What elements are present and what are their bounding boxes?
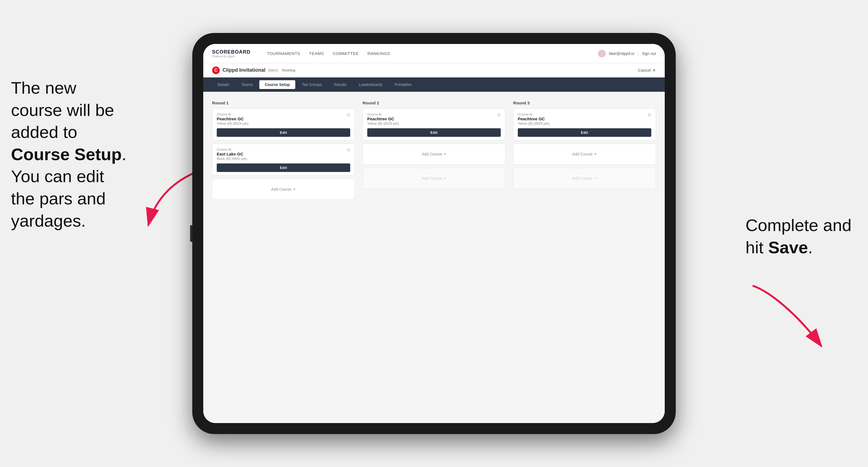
tablet-screen: SCOREBOARD Powered by clippd TOURNAMENTS… xyxy=(203,44,665,423)
round-2-course-a-card: (Course A) Peachtree GC Yellow (M) (6629… xyxy=(363,108,505,141)
logo-title: SCOREBOARD xyxy=(212,49,250,55)
nav-avatar xyxy=(598,50,606,57)
round-1-add-course-label: Add Course xyxy=(271,187,291,191)
nav-committee[interactable]: COMMITTEE xyxy=(333,51,359,56)
logo-subtitle: Powered by clippd xyxy=(212,55,250,58)
round-2-add-course-disabled: Add Course + xyxy=(363,168,505,189)
round-3-course-a-label: (Course A) xyxy=(518,113,651,116)
tournament-bar: C Clippd Invitational (Men) Hosting Canc… xyxy=(203,63,665,77)
round-1-course-a-details: Yellow (M) (6629 yds) xyxy=(217,122,350,126)
round-3-column: Round 3 (Course A) Peachtree GC Yellow (… xyxy=(513,100,656,203)
round-2-add-course[interactable]: Add Course + xyxy=(363,144,505,164)
round-2-column: Round 2 (Course A) Peachtree GC Yellow (… xyxy=(363,100,505,203)
round-3-add-course-disabled-text: Add Course + xyxy=(572,176,597,181)
round-1-label: Round 1 xyxy=(212,100,355,105)
round-2-course-a-label: (Course A) xyxy=(367,113,501,116)
nav-teams[interactable]: TEAMS xyxy=(309,51,324,56)
tab-results[interactable]: Results xyxy=(328,80,352,89)
round-1-course-b-label: (Course B) xyxy=(217,148,350,151)
round-1-course-b-card: (Course B) East Lake GC Black (M) (6891 … xyxy=(212,144,355,176)
round-1-column: Round 1 (Course A) Peachtree GC Yellow (… xyxy=(212,100,355,203)
round-1-course-a-name: Peachtree GC xyxy=(217,117,350,121)
round-3-add-course-disabled: Add Course + xyxy=(513,168,656,189)
nav-links: TOURNAMENTS TEAMS COMMITTEE RANKINGS xyxy=(267,51,587,56)
round-3-add-course-disabled-label: Add Course xyxy=(572,176,592,181)
tab-bar: Details Teams Course Setup Tee Groups Re… xyxy=(203,77,665,92)
nav-right: blair@clippd.io | Sign out xyxy=(598,50,656,57)
tab-teams[interactable]: Teams xyxy=(236,80,258,89)
round-2-label: Round 2 xyxy=(363,100,505,105)
tournament-name-container: C Clippd Invitational (Men) Hosting xyxy=(212,66,295,74)
round-2-course-a-name: Peachtree GC xyxy=(367,117,501,121)
round-3-course-a-card: (Course A) Peachtree GC Yellow (M) (6629… xyxy=(513,108,656,141)
annotation-save-bold: Save xyxy=(768,238,808,257)
tablet: SCOREBOARD Powered by clippd TOURNAMENTS… xyxy=(192,33,676,434)
round-1-add-course-text: Add Course + xyxy=(271,187,296,192)
round-2-add-course-disabled-label: Add Course xyxy=(422,176,442,181)
annotation-left: The new course will be added to Course S… xyxy=(11,77,126,232)
round-3-course-a-details: Yellow (M) (6629 yds) xyxy=(518,122,651,126)
nav-signout[interactable]: Sign out xyxy=(642,51,656,56)
round-2-add-course-text: Add Course + xyxy=(422,152,446,157)
round-3-course-a-name: Peachtree GC xyxy=(518,117,651,121)
round-1-add-course[interactable]: Add Course + xyxy=(212,179,355,200)
round-1-course-a-label: (Course A) xyxy=(217,113,350,116)
round-2-add-course-disabled-text: Add Course + xyxy=(422,176,446,181)
tournament-gender: (Men) xyxy=(268,68,278,72)
cancel-icon: ✕ xyxy=(652,68,656,73)
round-2-course-a-delete[interactable]: ⊙ xyxy=(496,112,502,118)
tournament-status: Hosting xyxy=(282,68,295,72)
tab-printables[interactable]: Printables xyxy=(389,80,417,89)
tab-tee-groups[interactable]: Tee Groups xyxy=(297,80,327,89)
round-1-course-b-edit[interactable]: Edit xyxy=(217,163,350,172)
main-content: Round 1 (Course A) Peachtree GC Yellow (… xyxy=(203,92,665,423)
nav-user-email: blair@clippd.io xyxy=(609,51,634,56)
tournament-title: Clippd Invitational xyxy=(222,67,265,73)
round-1-course-b-delete[interactable]: ⊙ xyxy=(345,147,351,153)
round-3-add-course[interactable]: Add Course + xyxy=(513,144,656,164)
tournament-logo: C xyxy=(212,66,220,74)
round-3-course-a-delete[interactable]: ⊙ xyxy=(646,112,652,118)
tablet-side-button xyxy=(190,225,192,242)
top-nav: SCOREBOARD Powered by clippd TOURNAMENTS… xyxy=(203,44,665,63)
round-3-add-course-label: Add Course xyxy=(572,152,592,156)
round-2-add-course-label: Add Course xyxy=(422,152,442,156)
round-2-add-course-plus: + xyxy=(444,152,446,157)
nav-rankings[interactable]: RANKINGS xyxy=(368,51,390,56)
round-1-course-a-delete[interactable]: ⊙ xyxy=(345,112,351,118)
tab-leaderboards[interactable]: Leaderboards xyxy=(353,80,388,89)
tab-details[interactable]: Details xyxy=(212,80,235,89)
round-3-course-a-edit[interactable]: Edit xyxy=(518,128,651,137)
tab-course-setup[interactable]: Course Setup xyxy=(259,80,295,89)
round-1-course-b-details: Black (M) (6891 yds) xyxy=(217,157,350,161)
round-3-add-course-disabled-plus: + xyxy=(594,176,597,181)
annotation-right: Complete and hit Save. xyxy=(745,214,851,258)
cancel-label: Cancel xyxy=(638,68,651,72)
round-2-course-a-details: Yellow (M) (6629 yds) xyxy=(367,122,501,126)
round-2-add-course-disabled-plus: + xyxy=(444,176,446,181)
round-3-add-course-plus: + xyxy=(594,152,597,157)
scoreboard-logo: SCOREBOARD Powered by clippd xyxy=(212,49,250,58)
round-2-course-a-edit[interactable]: Edit xyxy=(367,128,501,137)
round-1-course-a-edit[interactable]: Edit xyxy=(217,128,350,137)
nav-separator: | xyxy=(638,51,639,56)
round-3-add-course-text: Add Course + xyxy=(572,152,597,157)
round-1-course-b-name: East Lake GC xyxy=(217,152,350,156)
annotation-course-setup-bold: Course Setup xyxy=(11,145,122,164)
round-1-add-course-plus: + xyxy=(293,187,296,192)
rounds-grid: Round 1 (Course A) Peachtree GC Yellow (… xyxy=(212,100,656,203)
round-3-label: Round 3 xyxy=(513,100,656,105)
nav-tournaments[interactable]: TOURNAMENTS xyxy=(267,51,300,56)
cancel-button[interactable]: Cancel ✕ xyxy=(638,68,656,73)
arrow-right-icon xyxy=(742,280,835,352)
round-1-course-a-card: (Course A) Peachtree GC Yellow (M) (6629… xyxy=(212,108,355,141)
